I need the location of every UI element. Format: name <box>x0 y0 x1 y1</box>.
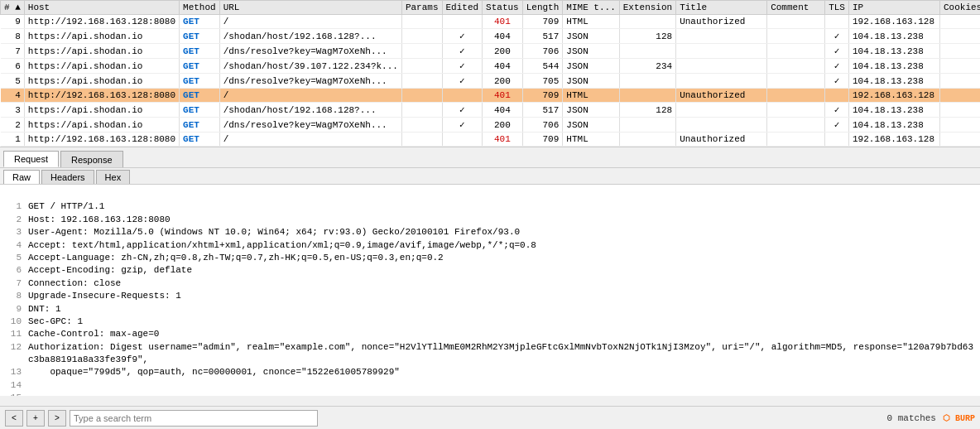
line-number: 5 <box>5 252 22 264</box>
col-header-tls[interactable]: TLS <box>825 1 849 15</box>
cell-host: https://api.shodan.io <box>24 29 179 44</box>
cell-host: https://api.shodan.io <box>24 59 179 74</box>
cell-status: 404 <box>483 103 523 118</box>
request-line: 10Sec-GPC: 1 <box>5 316 975 328</box>
cell-method: GET <box>180 15 220 29</box>
cell-length: 709 <box>522 133 563 147</box>
cell-url: / <box>219 15 401 29</box>
cell-length: 544 <box>522 59 563 74</box>
cell-url: /shodan/host/192.168.128?... <box>219 29 401 44</box>
cell-extension <box>619 133 675 147</box>
table-header-row: # ▲ Host Method URL Params Edited Status… <box>1 1 981 15</box>
cell-num: 3 <box>1 103 25 118</box>
cell-params <box>401 29 442 44</box>
subtab-hex[interactable]: Hex <box>96 170 131 184</box>
request-line: 7Connection: close <box>5 277 975 290</box>
col-header-host[interactable]: Host <box>24 1 179 15</box>
cell-mime: JSON <box>563 44 619 59</box>
cell-host: http://192.168.163.128:8080 <box>24 133 179 147</box>
cell-cookies <box>939 103 980 118</box>
cell-host: https://api.shodan.io <box>24 103 179 118</box>
cell-cookies <box>939 89 980 103</box>
col-header-extension[interactable]: Extension <box>619 1 675 15</box>
request-line: 14 <box>5 379 975 392</box>
cell-tls <box>825 15 849 29</box>
cell-tls: ✓ <box>825 103 849 118</box>
request-line: 3User-Agent: Mozilla/5.0 (Windows NT 10.… <box>5 226 975 239</box>
cell-edited <box>442 89 483 103</box>
tab-response[interactable]: Response <box>60 151 123 167</box>
col-header-cookies[interactable]: Cookies <box>939 1 980 15</box>
cell-length: 709 <box>522 89 563 103</box>
cell-extension <box>619 74 675 89</box>
col-header-method[interactable]: Method <box>180 1 220 15</box>
cell-ip: 104.18.13.238 <box>848 44 939 59</box>
line-number: 7 <box>5 277 22 290</box>
request-line: 15 <box>5 392 975 396</box>
line-number: 4 <box>5 239 22 252</box>
line-content: Connection: close <box>28 277 121 290</box>
request-line: 11Cache-Control: max-age=0 <box>5 328 975 340</box>
line-content: Accept: text/html,application/xhtml+xml,… <box>28 239 536 252</box>
line-content: Upgrade-Insecure-Requests: 1 <box>28 290 181 302</box>
cell-method: GET <box>180 59 220 74</box>
cell-cookies <box>939 15 980 29</box>
table-wrapper[interactable]: # ▲ Host Method URL Params Edited Status… <box>0 0 980 147</box>
cell-comment <box>767 89 825 103</box>
col-header-status[interactable]: Status <box>483 1 523 15</box>
cell-mime: JSON <box>563 103 619 118</box>
cell-cookies <box>939 29 980 44</box>
cell-extension: 128 <box>619 103 675 118</box>
table-row[interactable]: 5 https://api.shodan.io GET /dns/resolve… <box>1 74 981 89</box>
col-header-num[interactable]: # ▲ <box>1 1 25 15</box>
col-header-ip[interactable]: IP <box>848 1 939 15</box>
cell-params <box>401 44 442 59</box>
table-row[interactable]: 4 http://192.168.163.128:8080 GET / 401 … <box>1 89 981 103</box>
col-header-edited[interactable]: Edited <box>442 1 483 15</box>
col-header-params[interactable]: Params <box>401 1 442 15</box>
line-number: 13 <box>5 366 22 378</box>
cell-mime: HTML <box>563 133 619 147</box>
cell-extension <box>619 44 675 59</box>
request-line: 1GET / HTTP/1.1 <box>5 200 975 213</box>
table-row[interactable]: 2 https://api.shodan.io GET /dns/resolve… <box>1 118 981 133</box>
table-row[interactable]: 9 http://192.168.163.128:8080 GET / 401 … <box>1 15 981 29</box>
cell-extension: 128 <box>619 29 675 44</box>
cell-tls: ✓ <box>825 59 849 74</box>
cell-url: /dns/resolve?key=WagM7oXeNh... <box>219 44 401 59</box>
cell-num: 1 <box>1 133 25 147</box>
cell-status: 200 <box>483 118 523 133</box>
cell-params <box>401 133 442 147</box>
cell-title: Unauthorized <box>676 133 767 147</box>
cell-params <box>401 89 442 103</box>
line-number: 8 <box>5 290 22 302</box>
tab-request[interactable]: Request <box>3 151 59 167</box>
col-header-mime[interactable]: MIME t... <box>563 1 619 15</box>
cell-edited: ✓ <box>442 59 483 74</box>
table-row[interactable]: 6 https://api.shodan.io GET /shodan/host… <box>1 59 981 74</box>
table-row[interactable]: 3 https://api.shodan.io GET /shodan/host… <box>1 103 981 118</box>
cell-url: /shodan/host/192.168.128?... <box>219 103 401 118</box>
col-header-title[interactable]: Title <box>676 1 767 15</box>
col-header-comment[interactable]: Comment <box>767 1 825 15</box>
table-row[interactable]: 7 https://api.shodan.io GET /dns/resolve… <box>1 44 981 59</box>
panel-tabs-row: Request Response <box>0 147 980 168</box>
table-row[interactable]: 8 https://api.shodan.io GET /shodan/host… <box>1 29 981 44</box>
col-header-length[interactable]: Length <box>522 1 563 15</box>
line-number: 3 <box>5 226 22 239</box>
line-content: GET / HTTP/1.1 <box>28 200 104 213</box>
subtab-raw[interactable]: Raw <box>3 170 40 184</box>
line-content: opaque="799d5", qop=auth, nc=00000001, c… <box>28 366 400 378</box>
cell-host: http://192.168.163.128:8080 <box>24 15 179 29</box>
cell-length: 517 <box>522 29 563 44</box>
cell-title: Unauthorized <box>676 89 767 103</box>
line-number: 15 <box>5 392 22 396</box>
line-content: DNT: 1 <box>28 303 61 316</box>
col-header-url[interactable]: URL <box>219 1 401 15</box>
cell-tls <box>825 133 849 147</box>
cell-params <box>401 74 442 89</box>
cell-method: GET <box>180 29 220 44</box>
cell-ip: 104.18.13.238 <box>848 103 939 118</box>
subtab-headers[interactable]: Headers <box>41 170 94 184</box>
table-row[interactable]: 1 http://192.168.163.128:8080 GET / 401 … <box>1 133 981 147</box>
